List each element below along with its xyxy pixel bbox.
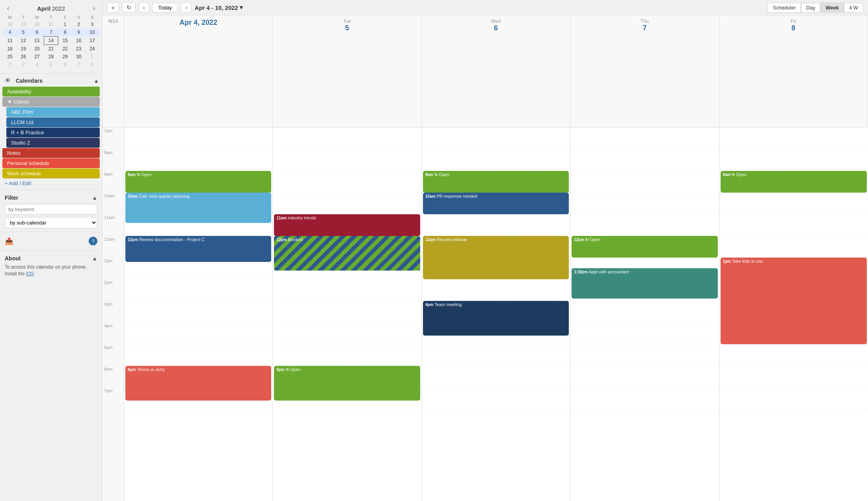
mini-cal-day[interactable]: 4: [3, 28, 17, 37]
calendar-event[interactable]: 9am ↻ Open: [125, 171, 271, 193]
calendar-event[interactable]: 12pm Review documentation - Project C: [125, 236, 271, 262]
calendar-event[interactable]: 12pm ↻ Open: [572, 236, 717, 258]
mini-cal-day[interactable]: 13: [30, 37, 44, 45]
calendar-event[interactable]: 6pm Tennis w Jerry: [125, 366, 271, 401]
hour-row[interactable]: [422, 149, 570, 171]
calendar-event[interactable]: 9am ↻ Open: [423, 171, 569, 193]
hour-row[interactable]: [570, 388, 719, 409]
mini-cal-day[interactable]: 18: [3, 45, 17, 53]
mini-cal-day[interactable]: 2: [72, 20, 86, 28]
cal-item-studio-z[interactable]: Studio Z: [6, 138, 100, 148]
hour-row[interactable]: [273, 344, 421, 366]
mini-cal-day[interactable]: 3: [86, 20, 99, 28]
cal-item-work[interactable]: Work schedule: [2, 169, 100, 178]
hour-row[interactable]: [570, 214, 719, 236]
mini-cal-day[interactable]: 28: [44, 53, 58, 61]
mini-cal-day[interactable]: 3: [17, 61, 30, 69]
nav-first-btn[interactable]: «: [107, 2, 119, 13]
mini-cal-day[interactable]: 5: [44, 61, 58, 69]
mini-cal-prev[interactable]: ‹: [5, 4, 11, 13]
mini-cal-day[interactable]: 29: [58, 53, 72, 61]
mini-cal-day[interactable]: 6: [58, 61, 72, 69]
calendar-event[interactable]: 1:30pm Appt with accountant: [572, 268, 717, 299]
mini-cal-day[interactable]: 25: [3, 53, 17, 61]
mini-cal-day[interactable]: 31: [44, 20, 58, 28]
share-icon[interactable]: 📤: [5, 237, 13, 245]
help-icon[interactable]: ?: [89, 237, 97, 245]
view-day-btn[interactable]: Day: [801, 3, 820, 13]
hour-row[interactable]: [124, 128, 272, 149]
mini-cal-day[interactable]: 29: [17, 20, 30, 28]
hour-row[interactable]: [719, 366, 868, 388]
cal-item-availability[interactable]: Availability: [2, 87, 100, 96]
hour-row[interactable]: [570, 128, 719, 149]
today-btn[interactable]: Today: [152, 3, 178, 13]
mini-cal-day[interactable]: 28: [3, 20, 17, 28]
calendar-event[interactable]: 10am Call: next quarter planning: [125, 193, 271, 223]
nav-prev-btn[interactable]: ‹: [139, 2, 149, 13]
hour-row[interactable]: [570, 366, 719, 388]
hour-row[interactable]: [570, 323, 719, 344]
keyword-filter-input[interactable]: [5, 204, 97, 215]
mini-cal-day[interactable]: 21: [44, 45, 58, 53]
hour-row[interactable]: [570, 301, 719, 323]
calendar-event[interactable]: 1pm Take kids to zoo: [721, 258, 867, 344]
calendars-collapse-btn[interactable]: ▲: [93, 78, 99, 84]
mini-cal-day[interactable]: 15: [58, 37, 72, 45]
mini-cal-day[interactable]: 5: [17, 28, 30, 37]
hour-row[interactable]: [273, 149, 421, 171]
hour-row[interactable]: [124, 323, 272, 344]
mini-cal-day[interactable]: 30: [72, 53, 86, 61]
hour-row[interactable]: [719, 236, 868, 258]
mini-cal-day[interactable]: 8: [86, 61, 99, 69]
calendar-event[interactable]: 6pm ↻ Open: [274, 366, 420, 401]
mini-cal-day[interactable]: 9: [72, 28, 86, 37]
mini-cal-day[interactable]: 11: [3, 37, 17, 45]
date-range-btn[interactable]: Apr 4 - 10, 2022 ▾: [195, 4, 243, 11]
mini-cal-day[interactable]: 1: [86, 53, 99, 61]
hour-row[interactable]: [124, 279, 272, 301]
mini-cal-day[interactable]: 27: [30, 53, 44, 61]
calendar-event[interactable]: 9am ↻ Open: [721, 171, 867, 193]
hour-row[interactable]: [273, 128, 421, 149]
calendar-event[interactable]: 4pm Team meeting: [423, 301, 569, 336]
hour-row[interactable]: [719, 388, 868, 409]
nav-refresh-btn[interactable]: ↻: [122, 2, 136, 13]
mini-cal-day[interactable]: 10: [86, 28, 99, 37]
filter-collapse-btn[interactable]: ▲: [92, 195, 97, 201]
mini-cal-day[interactable]: 14: [44, 37, 58, 45]
hour-row[interactable]: [719, 344, 868, 366]
mini-cal-day[interactable]: 7: [72, 61, 86, 69]
hour-row[interactable]: [124, 344, 272, 366]
hour-row[interactable]: [422, 388, 570, 409]
mini-cal-day[interactable]: 8: [58, 28, 72, 37]
hour-row[interactable]: [422, 344, 570, 366]
about-collapse-btn[interactable]: ▲: [92, 255, 97, 262]
mini-cal-day[interactable]: 2: [3, 61, 17, 69]
hour-row[interactable]: [719, 149, 868, 171]
add-edit-link[interactable]: + Add / Edit: [0, 179, 102, 188]
cal-item-notes[interactable]: Notes: [2, 148, 100, 158]
mini-cal-day[interactable]: 23: [72, 45, 86, 53]
mini-cal-day[interactable]: 24: [86, 45, 99, 53]
hour-row[interactable]: [422, 214, 570, 236]
hour-row[interactable]: [570, 193, 719, 214]
mini-cal-next[interactable]: ›: [91, 4, 97, 13]
mini-cal-day[interactable]: 19: [17, 45, 30, 53]
cal-item-llcm[interactable]: LLCM Ltd.: [6, 117, 100, 127]
hour-row[interactable]: [570, 171, 719, 193]
hour-row[interactable]: [273, 279, 421, 301]
view-4w-btn[interactable]: 4 W: [844, 3, 863, 13]
hour-row[interactable]: [719, 193, 868, 214]
hour-row[interactable]: [124, 301, 272, 323]
cal-item-clients[interactable]: ▼ Clients: [2, 97, 100, 107]
nav-next-btn[interactable]: ›: [181, 2, 192, 13]
eye-icon[interactable]: 👁: [0, 77, 16, 84]
hour-row[interactable]: [422, 128, 570, 149]
mini-cal-day[interactable]: 22: [58, 45, 72, 53]
hour-row[interactable]: [273, 171, 421, 193]
hour-row[interactable]: [719, 214, 868, 236]
mini-cal-day[interactable]: 20: [30, 45, 44, 53]
hour-row[interactable]: [719, 128, 868, 149]
mini-cal-day[interactable]: 16: [72, 37, 86, 45]
